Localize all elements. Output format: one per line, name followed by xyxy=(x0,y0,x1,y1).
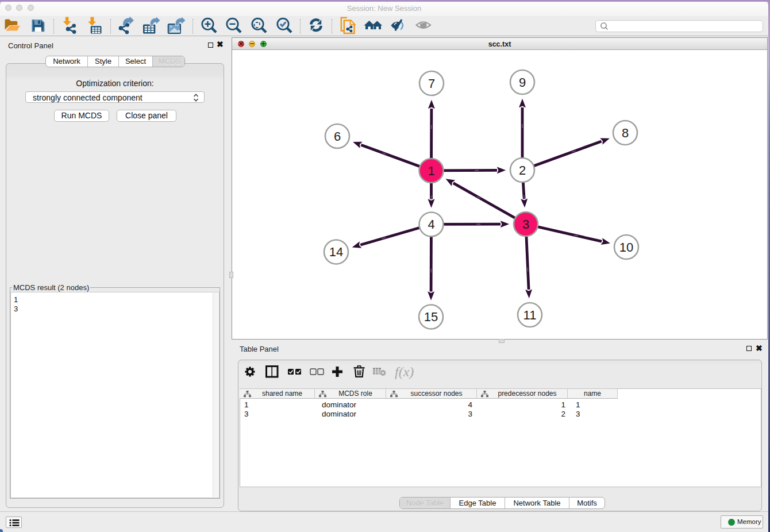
svg-text:8: 8 xyxy=(622,126,629,140)
svg-text:9: 9 xyxy=(519,75,526,90)
svg-text:6: 6 xyxy=(334,129,341,144)
svg-text:f(x): f(x) xyxy=(395,364,414,379)
svg-text:4: 4 xyxy=(428,217,434,232)
svg-text:3: 3 xyxy=(522,217,529,232)
svg-text:15: 15 xyxy=(424,310,438,324)
svg-text:1: 1 xyxy=(428,164,434,178)
svg-text:2: 2 xyxy=(519,163,526,178)
svg-text:10: 10 xyxy=(619,240,633,255)
svg-text:7: 7 xyxy=(428,76,435,91)
svg-text:11: 11 xyxy=(523,308,537,322)
svg-text:14: 14 xyxy=(329,245,343,259)
